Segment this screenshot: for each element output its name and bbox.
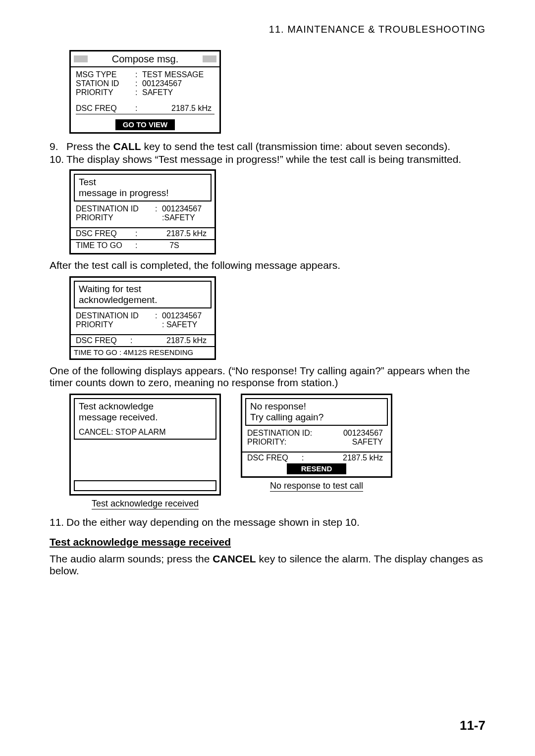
progress-fields: DESTINATION ID:001234567 PRIORITY:SAFETY — [71, 204, 214, 227]
field-label: DESTINATION ID — [76, 311, 155, 320]
step-10: 10. The display shows “Test message in p… — [50, 153, 485, 165]
field-label: STATION ID — [76, 79, 135, 88]
ack-message: Test acknowledge message received. CANCE… — [74, 398, 216, 440]
call-key: CALL — [113, 141, 141, 152]
paragraph-one-of: One of the following displays appears. (… — [50, 365, 485, 389]
step-9: 9. Press the CALL key to send the test c… — [50, 141, 485, 152]
compose-fields: MSG TYPE:TEST MESSAGE STATION ID:0012345… — [71, 67, 219, 119]
paragraph-audio: The audio alarm sounds; press the CANCEL… — [50, 553, 485, 577]
audio-pre: The audio alarm sounds; press the — [50, 553, 213, 564]
noresp-message: No response! Try calling again? — [245, 398, 388, 426]
field-value: : SAFETY — [162, 320, 210, 329]
field-value: SAFETY — [326, 438, 386, 447]
ack-line2: message received. — [79, 412, 212, 423]
waiting-fields: DESTINATION ID:001234567 PRIORITY: SAFET… — [71, 311, 214, 334]
display-progress: Test message in progress! DESTINATION ID… — [69, 169, 216, 254]
ack-bottom-bar — [74, 480, 216, 491]
progress-line1: Test — [79, 177, 207, 188]
ack-line1: Test acknowledge — [79, 401, 212, 412]
field-value: TEST MESSAGE — [142, 70, 214, 79]
time-to-go-value: 7S — [142, 241, 210, 250]
dsc-freq-value: 2187.5 kHz — [142, 104, 214, 113]
field-label: PRIORITY — [76, 320, 155, 329]
time-to-go-line: TIME TO GO : 4M12S RESENDING — [74, 348, 193, 356]
step-text: Press the — [66, 141, 113, 152]
dsc-freq-label: DSC FREQ — [76, 104, 135, 113]
display-compose: Compose msg. MSG TYPE:TEST MESSAGE STATI… — [69, 50, 221, 134]
page-header: 11. MAINTENANCE & TROUBLESHOOTING — [50, 24, 485, 35]
cancel-key: CANCEL — [213, 553, 256, 564]
dsc-freq-value: 2187.5 kHz — [137, 336, 210, 345]
waiting-line2: acknowledgement. — [79, 295, 207, 305]
dsc-freq-value: 2187.5 kHz — [142, 229, 210, 238]
titlebar-deco-right — [203, 55, 216, 62]
field-label: DESTINATION ID: — [247, 429, 326, 438]
progress-message: Test message in progress! — [74, 174, 212, 202]
page-number: 11-7 — [460, 718, 485, 733]
progress-line2: message in progress! — [79, 188, 207, 199]
noresp-line1: No response! — [250, 401, 383, 412]
compose-titlebar: Compose msg. — [71, 51, 219, 67]
step-number: 11. — [50, 516, 66, 528]
noresp-fields: DESTINATION ID:001234567 PRIORITY:SAFETY — [242, 429, 391, 452]
noresp-line2: Try calling again? — [250, 412, 383, 423]
field-label: DESTINATION ID — [76, 204, 155, 213]
dsc-freq-value: 2187.5 kHz — [309, 454, 386, 462]
noresp-caption: No response to test call — [270, 481, 363, 492]
step-text: key to send the test call (transmission … — [141, 141, 450, 152]
paragraph-after: After the test call is completed, the fo… — [50, 259, 485, 271]
step-text: The display shows “Test message in progr… — [66, 153, 461, 165]
field-value: 001234567 — [142, 79, 214, 88]
field-label: PRIORITY: — [247, 438, 326, 447]
waiting-message: Waiting for test acknowledgement. — [74, 281, 212, 308]
display-no-response: No response! Try calling again? DESTINAT… — [241, 394, 392, 478]
step-number: 10. — [50, 153, 66, 165]
waiting-line1: Waiting for test — [79, 284, 207, 295]
step-text: Do the either way depending on the messa… — [66, 516, 360, 528]
titlebar-deco-left — [74, 55, 88, 62]
field-value: 001234567 — [326, 429, 386, 438]
step-11: 11. Do the either way depending on the m… — [50, 516, 485, 528]
display-waiting: Waiting for test acknowledgement. DESTIN… — [69, 276, 216, 360]
resend-button[interactable]: RESEND — [287, 463, 346, 474]
field-value: 001234567 — [162, 204, 210, 213]
subheading: Test acknowledge message received — [50, 536, 485, 548]
ack-caption: Test acknowledge received — [92, 499, 199, 509]
field-label: PRIORITY — [76, 213, 155, 222]
dsc-freq-label: DSC FREQ — [76, 336, 130, 345]
display-ack: Test acknowledge message received. CANCE… — [69, 394, 221, 496]
step-number: 9. — [50, 141, 66, 152]
go-to-view-button[interactable]: GO TO VIEW — [115, 119, 175, 130]
step-list-2: 11. Do the either way depending on the m… — [50, 516, 485, 528]
cancel-stop-alarm: CANCEL: STOP ALARM — [79, 428, 212, 437]
step-list: 9. Press the CALL key to send the test c… — [50, 141, 485, 165]
compose-title: Compose msg. — [112, 53, 179, 65]
field-label: PRIORITY — [76, 88, 135, 97]
field-value: :SAFETY — [162, 213, 210, 222]
dsc-freq-label: DSC FREQ — [247, 454, 302, 462]
field-label: MSG TYPE — [76, 70, 135, 79]
dsc-freq-label: DSC FREQ — [76, 229, 135, 238]
field-value: 001234567 — [162, 311, 210, 320]
field-value: SAFETY — [142, 88, 214, 97]
time-to-go-label: TIME TO GO — [76, 241, 135, 250]
